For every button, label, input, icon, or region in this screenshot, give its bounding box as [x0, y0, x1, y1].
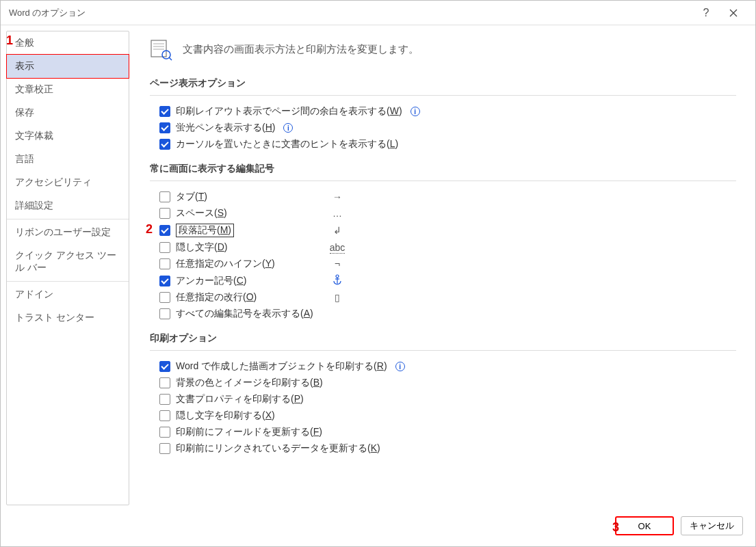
formatting-symbol — [324, 274, 351, 287]
cancel-button[interactable]: キャンセル — [681, 516, 743, 535]
svg-rect-0 — [151, 40, 166, 57]
option-row: スペース(S)… — [150, 207, 736, 219]
sidebar-item[interactable]: 保存 — [7, 101, 129, 124]
sidebar-item[interactable]: 言語 — [7, 148, 129, 171]
option-label: すべての編集記号を表示する(A) — [176, 308, 313, 320]
option-row: 隠し文字を印刷する(X) — [150, 410, 736, 422]
option-row: アンカー記号(C) — [150, 274, 736, 287]
sidebar-item[interactable]: 文字体裁 — [7, 124, 129, 148]
anchor-icon — [333, 274, 342, 285]
info-icon[interactable]: i — [395, 362, 405, 371]
section-separator — [150, 350, 736, 351]
option-label: 段落記号(M) — [176, 224, 234, 237]
checkbox[interactable] — [159, 225, 170, 236]
checkbox[interactable] — [159, 106, 170, 117]
option-row: 任意指定のハイフン(Y)¬ — [150, 258, 736, 270]
sidebar-item-label: 文字体裁 — [15, 130, 53, 141]
option-row: タブ(T)→ — [150, 191, 736, 203]
svg-line-5 — [169, 57, 172, 60]
section-title: ページ表示オプション — [150, 77, 736, 90]
sidebar-item[interactable]: トラスト センター — [7, 306, 129, 330]
section-title: 常に画面に表示する編集記号 — [150, 163, 736, 175]
option-label: 蛍光ペンを表示する(H) — [176, 122, 275, 134]
formatting-symbol: … — [324, 208, 351, 219]
option-label: 文書プロパティを印刷する(P) — [176, 393, 304, 405]
option-row: 文書プロパティを印刷する(P) — [150, 393, 736, 405]
option-label: 任意指定の改行(O) — [176, 291, 257, 304]
sidebar-item[interactable]: アドイン — [7, 283, 129, 306]
sidebar-item-label: クイック アクセス ツール バー — [15, 250, 116, 273]
ok-button[interactable]: OK — [615, 516, 674, 535]
option-label: 印刷レイアウト表示でページ間の余白を表示する(W) — [176, 105, 402, 118]
formatting-symbol: ↲ — [324, 225, 351, 236]
content-header-text: 文書内容の画面表示方法と印刷方法を変更します。 — [183, 43, 419, 56]
option-label: Word で作成した描画オブジェクトを印刷する(R) — [176, 360, 387, 373]
option-row: 任意指定の改行(O)▯ — [150, 291, 736, 304]
option-row: 印刷前にフィールドを更新する(F) — [150, 426, 736, 438]
section-title: 印刷オプション — [150, 332, 736, 345]
sidebar-item-label: アクセシビリティ — [15, 176, 92, 187]
help-button[interactable]: ? — [692, 1, 720, 25]
option-label: カーソルを置いたときに文書のヒントを表示する(L) — [176, 138, 398, 150]
content-pane: 文書内容の画面表示方法と印刷方法を変更します。 ページ表示オプション印刷レイアウ… — [129, 31, 750, 505]
sidebar-item-label: 表示 — [15, 60, 34, 71]
checkbox[interactable] — [159, 292, 170, 303]
sidebar-separator — [7, 219, 129, 219]
option-row: Word で作成した描画オブジェクトを印刷する(R)i — [150, 360, 736, 373]
checkbox[interactable] — [159, 258, 170, 269]
option-label: 印刷前にフィールドを更新する(F) — [176, 426, 322, 438]
option-row: 隠し文字(D)abc — [150, 241, 736, 254]
checkbox[interactable] — [159, 122, 170, 133]
option-label: 隠し文字(D) — [176, 241, 227, 254]
sidebar-item-label: 詳細設定 — [15, 200, 53, 211]
checkbox[interactable] — [159, 377, 170, 388]
checkbox[interactable] — [159, 361, 170, 372]
section-separator — [150, 181, 736, 181]
sidebar-item[interactable]: アクセシビリティ — [7, 171, 129, 194]
sidebar-item[interactable]: 詳細設定 — [7, 194, 129, 217]
option-row: 印刷レイアウト表示でページ間の余白を表示する(W)i — [150, 105, 736, 118]
sidebar-item[interactable]: クイック アクセス ツール バー — [7, 244, 129, 280]
display-settings-icon — [150, 38, 173, 61]
option-label: 隠し文字を印刷する(X) — [176, 410, 275, 422]
option-row: 蛍光ペンを表示する(H)i — [150, 122, 736, 134]
info-icon[interactable]: i — [283, 123, 293, 133]
content-header: 文書内容の画面表示方法と印刷方法を変更します。 — [150, 38, 736, 61]
option-label: 任意指定のハイフン(Y) — [176, 258, 275, 270]
option-label: スペース(S) — [176, 207, 227, 219]
sidebar-item[interactable]: リボンのユーザー設定 — [7, 221, 129, 244]
sidebar-item[interactable]: 文章校正 — [7, 78, 129, 101]
option-label: 背景の色とイメージを印刷する(B) — [176, 377, 323, 389]
option-label: タブ(T) — [176, 191, 207, 203]
sidebar-separator — [7, 281, 129, 282]
formatting-symbol: ¬ — [324, 258, 351, 269]
close-button[interactable] — [720, 1, 747, 25]
svg-point-6 — [336, 275, 339, 278]
checkbox[interactable] — [159, 410, 170, 421]
window-title: Word のオプション — [9, 7, 692, 19]
checkbox[interactable] — [159, 276, 170, 286]
checkbox[interactable] — [159, 427, 170, 438]
option-label: 印刷前にリンクされているデータを更新する(K) — [176, 442, 380, 455]
checkbox[interactable] — [159, 394, 170, 405]
checkbox[interactable] — [159, 191, 170, 202]
checkbox[interactable] — [159, 208, 170, 219]
info-icon[interactable]: i — [410, 107, 420, 116]
option-row: カーソルを置いたときに文書のヒントを表示する(L) — [150, 138, 736, 150]
checkbox[interactable] — [159, 242, 170, 253]
sidebar-item-label: 文章校正 — [15, 83, 53, 94]
formatting-symbol: → — [324, 191, 351, 202]
option-row: 背景の色とイメージを印刷する(B) — [150, 377, 736, 389]
sidebar-item-label: アドイン — [15, 289, 53, 299]
checkbox[interactable] — [159, 443, 170, 454]
checkbox[interactable] — [159, 308, 170, 319]
sidebar-item[interactable]: 全般 — [7, 31, 129, 55]
formatting-symbol: abc — [324, 242, 351, 253]
dialog-footer: OK キャンセル — [1, 505, 755, 546]
checkbox[interactable] — [159, 139, 170, 150]
sidebar-item-label: リボンのユーザー設定 — [15, 226, 111, 237]
sidebar-item[interactable]: 表示 — [6, 54, 129, 79]
option-row: 印刷前にリンクされているデータを更新する(K) — [150, 442, 736, 455]
section-separator — [150, 95, 736, 96]
formatting-symbol: ▯ — [324, 292, 351, 303]
